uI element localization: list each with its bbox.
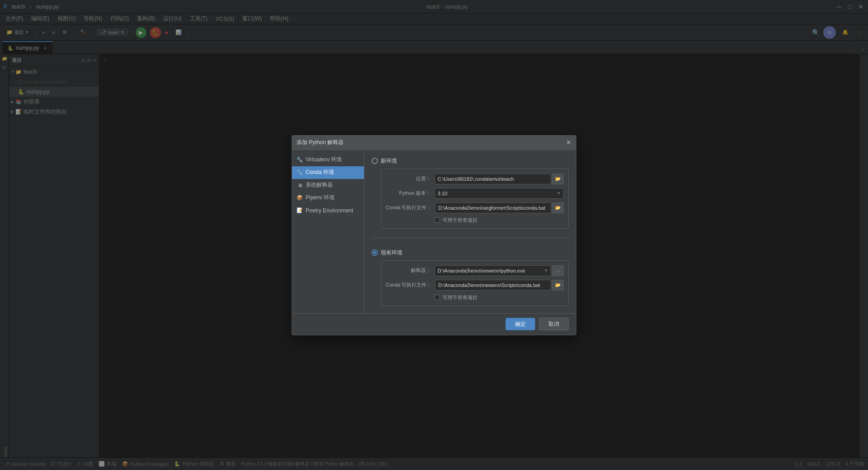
select-arrow: ▼ — [557, 191, 561, 195]
existing-conda-exe-label: Conda 可执行文件： — [386, 282, 431, 288]
sidebar-item-system[interactable]: 🖥 系统解释器 — [292, 179, 364, 192]
dialog-overlay: 添加 Python 解释器 ✕ 🔧 Virtualenv 环境 🔧 Conda … — [0, 0, 868, 470]
conda-exe-row: Conda 可执行文件： D:\Anaconda3\envs\segformer… — [386, 202, 564, 213]
location-browse-button[interactable]: 📂 — [552, 174, 564, 184]
sidebar-item-label: Pipenv 环境 — [306, 194, 335, 202]
virtualenv-icon: 🔧 — [297, 157, 303, 163]
dialog-titlebar: 添加 Python 解释器 ✕ — [292, 136, 576, 150]
dialog-close-button[interactable]: ✕ — [566, 139, 571, 146]
radio-dot — [373, 251, 376, 254]
new-env-header: 新环境 — [372, 157, 569, 165]
interpreter-browse-button[interactable]: … — [552, 265, 564, 276]
interpreter-select[interactable]: D:\Anaconda3\envs\newenv\python.exe ▼ — [434, 265, 551, 276]
section-divider — [372, 238, 569, 238]
new-env-available-checkbox[interactable] — [434, 217, 440, 223]
system-icon: 🖥 — [297, 183, 303, 188]
poetry-icon: 📝 — [297, 207, 303, 213]
location-label: 位置： — [386, 175, 431, 182]
confirm-button[interactable]: 确定 — [505, 318, 535, 330]
dialog-content: 新环境 位置： C:\Users\86182\.conda\envs\teach… — [364, 150, 576, 313]
location-row: 位置： C:\Users\86182\.conda\envs\teach 📂 — [386, 174, 564, 184]
conda-exe-browse-button[interactable]: 📂 — [552, 202, 564, 213]
existing-env-header: 现有环境 — [372, 249, 569, 257]
existing-env-label: 现有环境 — [381, 249, 402, 257]
interpreter-label: 解释器： — [386, 267, 431, 274]
new-env-section: 新环境 位置： C:\Users\86182\.conda\envs\teach… — [372, 157, 569, 229]
new-env-radio[interactable] — [372, 158, 378, 164]
existing-env-radio[interactable] — [372, 249, 378, 256]
conda-exe-input[interactable]: D:\Anaconda3\envs\segformer\Scripts\cond… — [435, 202, 551, 213]
existing-env-form: 解释器： D:\Anaconda3\envs\newenv\python.exe… — [381, 260, 569, 306]
existing-conda-exe-browse-button[interactable]: 📂 — [552, 280, 564, 291]
sidebar-item-label: 系统解释器 — [306, 181, 333, 189]
sidebar-item-label: Conda 环境 — [306, 169, 334, 176]
python-version-label: Python 版本： — [386, 190, 431, 197]
sidebar-item-conda[interactable]: 🔧 Conda 环境 — [292, 166, 364, 179]
sidebar-item-virtualenv[interactable]: 🔧 Virtualenv 环境 — [292, 154, 364, 166]
dialog-footer: 确定 取消 — [292, 313, 576, 335]
dialog-sidebar: 🔧 Virtualenv 环境 🔧 Conda 环境 🖥 系统解释器 📦 Pip… — [292, 150, 364, 313]
new-env-available-label: 可用于所有项目 — [443, 217, 477, 224]
location-input-group: C:\Users\86182\.conda\envs\teach 📂 — [434, 174, 564, 184]
interpreter-row: 解释器： D:\Anaconda3\envs\newenv\python.exe… — [386, 265, 564, 276]
add-interpreter-dialog: 添加 Python 解释器 ✕ 🔧 Virtualenv 环境 🔧 Conda … — [292, 135, 576, 335]
select-arrow: ▼ — [544, 268, 548, 273]
python-version-select[interactable]: 3.10 ▼ — [434, 188, 564, 199]
python-version-row: Python 版本： 3.10 ▼ — [386, 188, 564, 199]
new-env-form: 位置： C:\Users\86182\.conda\envs\teach 📂 P… — [381, 169, 569, 229]
existing-conda-exe-input[interactable]: D:\Anaconda3\envs\newenv\Scripts\conda.b… — [435, 280, 551, 291]
interpreter-input-group: D:\Anaconda3\envs\newenv\python.exe ▼ … — [434, 265, 564, 276]
existing-env-available-checkbox[interactable] — [434, 295, 440, 300]
existing-conda-exe-row: Conda 可执行文件： D:\Anaconda3\envs\newenv\Sc… — [386, 280, 564, 291]
existing-env-section: 现有环境 解释器： D:\Anaconda3\envs\newenv\pytho… — [372, 249, 569, 306]
conda-icon: 🔧 — [297, 169, 303, 175]
dialog-title: 添加 Python 解释器 — [297, 139, 344, 146]
sidebar-item-label: Poetry Environment — [306, 207, 353, 214]
location-input[interactable]: C:\Users\86182\.conda\envs\teach — [434, 174, 551, 184]
pipenv-icon: 📦 — [297, 195, 303, 201]
conda-exe-input-group: D:\Anaconda3\envs\segformer\Scripts\cond… — [435, 202, 564, 213]
sidebar-item-label: Virtualenv 环境 — [306, 156, 342, 164]
existing-env-available-row: 可用于所有项目 — [434, 294, 564, 301]
new-env-available-row: 可用于所有项目 — [434, 217, 564, 224]
conda-exe-label: Conda 可执行文件： — [386, 204, 431, 211]
existing-env-available-label: 可用于所有项目 — [443, 294, 477, 301]
dialog-body: 🔧 Virtualenv 环境 🔧 Conda 环境 🖥 系统解释器 📦 Pip… — [292, 150, 576, 313]
new-env-label: 新环境 — [381, 157, 397, 165]
cancel-button[interactable]: 取消 — [539, 318, 569, 330]
existing-conda-exe-input-group: D:\Anaconda3\envs\newenv\Scripts\conda.b… — [435, 280, 564, 291]
sidebar-item-poetry[interactable]: 📝 Poetry Environment — [292, 204, 364, 217]
sidebar-item-pipenv[interactable]: 📦 Pipenv 环境 — [292, 192, 364, 204]
